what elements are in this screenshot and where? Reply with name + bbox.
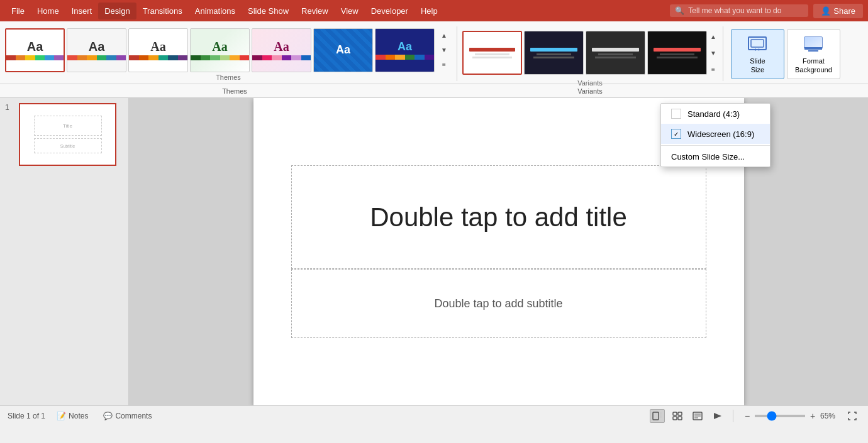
reading-view-icon (693, 412, 703, 420)
variant-item-1[interactable] (462, 31, 522, 75)
standard-check-icon (671, 109, 681, 119)
normal-view-icon (652, 412, 662, 420)
dropdown-standard-item[interactable]: Standard (4:3) (661, 104, 770, 124)
svg-marker-20 (714, 413, 721, 419)
dropdown-widescreen-item[interactable]: ✓ Widescreen (16:9) (661, 124, 770, 144)
themes-group-label: Themes (3, 74, 454, 84)
menu-insert[interactable]: Insert (65, 3, 99, 19)
zoom-in-button[interactable]: + (806, 410, 819, 422)
comments-label: Comments (115, 412, 152, 420)
zoom-out-button[interactable]: − (741, 410, 754, 422)
dropdown-widescreen-label: Widescreen (16:9) (687, 129, 754, 139)
subtitle-placeholder[interactable]: Double tap to add subtitle (291, 269, 706, 338)
format-background-icon (803, 33, 823, 53)
variants-scroll-up[interactable]: ▲ (710, 29, 716, 44)
search-icon: 🔍 (675, 6, 684, 15)
comments-button[interactable]: 💬 Comments (99, 410, 155, 422)
menu-view[interactable]: View (335, 3, 365, 19)
themes-variants-divider (457, 26, 457, 81)
themes-dropdown-button[interactable]: ≡ (438, 58, 450, 71)
theme-item-2[interactable]: Aa (67, 28, 126, 72)
variant-item-3[interactable] (586, 31, 645, 75)
reading-view-button[interactable] (690, 409, 705, 423)
zoom-controls: − + 65% (741, 410, 839, 422)
theme-item-6[interactable]: Aa (313, 28, 373, 72)
ribbon-content: Aa Aa (0, 21, 868, 84)
slide-number: 1 (5, 103, 15, 112)
variants-customize-divider (723, 26, 723, 81)
format-background-button[interactable]: Format Background (787, 29, 840, 79)
svg-rect-11 (660, 415, 662, 418)
notes-button[interactable]: 📝 Notes (53, 410, 92, 422)
slide-thumbnail[interactable]: Title Subtitle (19, 103, 116, 166)
svg-rect-13 (678, 412, 682, 415)
svg-rect-1 (751, 40, 764, 47)
slide-thumbnail-wrapper: 1 Title Subtitle (5, 103, 123, 166)
title-placeholder[interactable]: Double tap to add title (291, 165, 706, 269)
svg-rect-6 (804, 37, 822, 48)
menu-file[interactable]: File (5, 3, 31, 19)
comments-icon: 💬 (103, 412, 113, 420)
subtitle-placeholder-text: Double tap to add subtitle (434, 297, 562, 310)
person-icon: 👤 (821, 6, 831, 16)
fit-to-window-button[interactable] (844, 410, 860, 422)
theme-item-7[interactable]: Aa (375, 28, 435, 72)
svg-rect-9 (653, 412, 659, 420)
share-button[interactable]: 👤 Share (813, 4, 863, 18)
menu-review[interactable]: Review (295, 3, 335, 19)
variant-item-4[interactable] (647, 31, 707, 75)
menu-help[interactable]: Help (415, 3, 444, 19)
normal-view-button[interactable] (650, 409, 665, 423)
dropdown-custom-label: Custom Slide Size... (671, 152, 745, 161)
slide-panel: 1 Title Subtitle (0, 98, 129, 405)
svg-marker-3 (754, 48, 756, 51)
status-bar: Slide 1 of 1 📝 Notes 💬 Comments (0, 405, 868, 425)
menu-home[interactable]: Home (31, 3, 65, 19)
slide-size-label: Slide Size (750, 57, 765, 74)
theme-item-1[interactable]: Aa (5, 28, 65, 72)
widescreen-check-icon: ✓ (671, 129, 681, 139)
variants-scroll-down[interactable]: ▼ (710, 45, 716, 60)
menu-transitions[interactable]: Transitions (136, 3, 189, 19)
variant-item-2[interactable] (524, 31, 584, 75)
slideshow-icon (713, 412, 723, 420)
menu-animations[interactable]: Animations (189, 3, 242, 19)
themes-scroll-down[interactable]: ▼ (438, 43, 450, 57)
slide-size-icon (747, 33, 767, 53)
menu-slideshow[interactable]: Slide Show (242, 3, 295, 19)
menu-design[interactable]: Design (98, 3, 136, 19)
dropdown-standard-label: Standard (4:3) (687, 109, 740, 119)
section-labels-bar: Themes Variants (0, 84, 868, 98)
title-placeholder-text: Double tap to add title (370, 202, 627, 232)
theme-item-4[interactable]: Aa (190, 28, 250, 72)
fit-icon (848, 412, 857, 420)
slide-sorter-button[interactable] (670, 409, 685, 423)
slideshow-button[interactable] (710, 409, 725, 423)
dropdown-divider (661, 145, 770, 146)
notes-icon: 📝 (57, 412, 66, 420)
search-box[interactable]: 🔍 Tell me what you want to do (670, 4, 808, 17)
format-background-label: Format Background (795, 57, 832, 74)
svg-rect-14 (673, 417, 677, 420)
slide-sorter-icon (672, 412, 682, 420)
svg-rect-15 (678, 417, 682, 420)
variants-dropdown-button[interactable]: ≡ (710, 62, 716, 77)
zoom-slider[interactable] (755, 415, 805, 417)
theme-item-3[interactable]: Aa (128, 28, 188, 72)
themes-scroll-up[interactable]: ▲ (438, 29, 450, 42)
slide-size-dropdown: Standard (4:3) ✓ Widescreen (16:9) Custo… (660, 103, 771, 167)
notes-label: Notes (69, 412, 88, 420)
theme-item-5[interactable]: Aa (252, 28, 311, 72)
search-input-label: Tell me what you want to do (688, 6, 781, 15)
themes-section-label: Themes (222, 87, 247, 95)
menu-bar: File Home Insert Design Transitions Anim… (0, 0, 868, 21)
svg-rect-10 (660, 412, 662, 415)
slide-size-button[interactable]: Slide Size (731, 29, 784, 79)
variants-group-label: Variants (460, 79, 720, 89)
dropdown-custom-item[interactable]: Custom Slide Size... (661, 147, 770, 167)
svg-rect-7 (804, 47, 822, 50)
svg-marker-4 (759, 48, 760, 51)
menu-developer[interactable]: Developer (365, 3, 415, 19)
zoom-level: 65% (820, 412, 839, 420)
svg-rect-12 (673, 412, 677, 415)
